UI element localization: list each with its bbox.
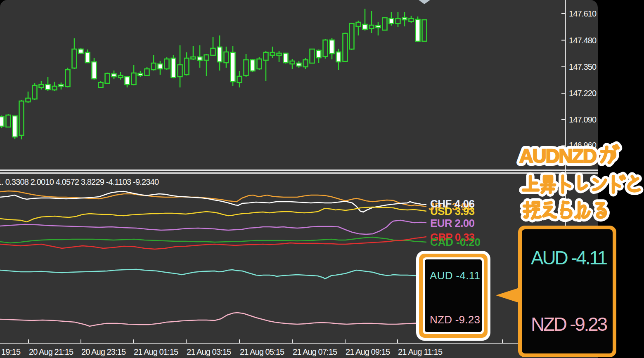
svg-text:21 Aug 07:15: 21 Aug 07:15: [293, 347, 337, 356]
svg-text:NZD -9.23: NZD -9.23: [531, 313, 608, 335]
svg-text:AUD -4.11: AUD -4.11: [531, 247, 608, 268]
svg-text:147.220: 147.220: [569, 89, 597, 98]
svg-text:147.090: 147.090: [569, 115, 597, 124]
svg-text:EUR 2.00: EUR 2.00: [430, 217, 475, 229]
svg-text:21 Aug 11:15: 21 Aug 11:15: [398, 347, 443, 356]
svg-text:1. 0.3308 2.0010 4.0572 3.8229: 1. 0.3308 2.0010 4.0572 3.8229 -4.1103 -…: [0, 177, 159, 186]
svg-text:21 Aug 01:15: 21 Aug 01:15: [134, 347, 178, 356]
svg-text:AUDNZD: AUDNZD: [519, 145, 597, 167]
svg-text:19:15: 19:15: [1, 347, 21, 356]
svg-text:147.610: 147.610: [569, 9, 597, 18]
svg-text:147.480: 147.480: [569, 36, 597, 45]
svg-text:AUD -4.11: AUD -4.11: [430, 269, 480, 282]
svg-text:147.350: 147.350: [569, 62, 597, 71]
svg-text:20 Aug 23:15: 20 Aug 23:15: [81, 347, 126, 356]
svg-text:20 Aug 21:15: 20 Aug 21:15: [29, 347, 73, 356]
svg-text:USD 3.93: USD 3.93: [430, 205, 475, 217]
svg-text:21 Aug 03:15: 21 Aug 03:15: [187, 347, 231, 356]
svg-text:21 Aug 05:15: 21 Aug 05:15: [240, 347, 284, 356]
svg-text:CAD -0.20: CAD -0.20: [430, 236, 481, 248]
svg-text:NZD -9.23: NZD -9.23: [430, 313, 480, 326]
svg-text:21 Aug 09:15: 21 Aug 09:15: [346, 347, 390, 356]
